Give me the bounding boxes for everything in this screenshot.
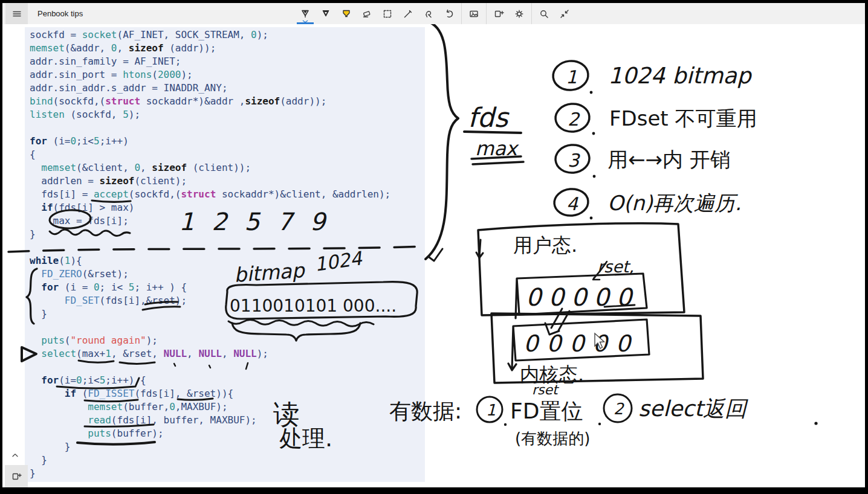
add-page-corner-button[interactable] <box>5 465 28 487</box>
touch-write-icon <box>423 8 434 19</box>
code-line: max = fds[i]; <box>30 214 425 228</box>
code-line: } <box>30 228 425 241</box>
code-line: for (i=0;i<5;i++) <box>30 135 425 148</box>
page-title: Penbook tips <box>37 3 83 24</box>
code-line: if(fds[i] > max) <box>30 201 425 214</box>
code-line: addr.sin_port = htons(2000); <box>30 68 425 82</box>
code-line: if (FD_ISSET(fds[i], &rset)){ <box>30 387 425 400</box>
undo-icon <box>444 8 455 19</box>
code-line <box>30 321 425 334</box>
code-line: addrlen = sizeof(client); <box>30 175 425 188</box>
code-line <box>30 241 425 254</box>
code-line: } <box>30 440 425 454</box>
toolbar-separator <box>486 3 487 24</box>
collapse-arrows-icon <box>559 8 570 19</box>
code-line: puts("round again"); <box>30 334 425 347</box>
gear-icon <box>514 8 525 19</box>
code-line: read(fds[i], buffer, MAXBUF); <box>30 414 425 427</box>
selected-tool-indicator <box>297 22 314 24</box>
add-page-button[interactable] <box>488 3 509 24</box>
selection-tool-button[interactable] <box>377 3 398 24</box>
code-line: } <box>30 467 425 480</box>
code-line: } <box>30 454 425 467</box>
hamburger-menu-button[interactable] <box>5 3 28 24</box>
collapse-panel-button[interactable] <box>7 447 23 463</box>
code-line: addr.sin_addr.s_addr = INADDR_ANY; <box>30 82 425 95</box>
code-line: select(max+1, &rset, NULL, NULL, NULL); <box>30 347 425 361</box>
pen-icon <box>300 8 311 19</box>
collapse-toolbar-button[interactable] <box>554 3 575 24</box>
pen-tool-button[interactable] <box>295 3 316 24</box>
code-line: bind(sockfd,(struct sockaddr*)&addr ,siz… <box>30 95 425 108</box>
undo-button[interactable] <box>439 3 459 24</box>
code-line: listen (sockfd, 5); <box>30 108 425 121</box>
code-line: while(1){ <box>30 254 425 268</box>
code-line: sockfd = socket(AF_INET, SOCK_STREAM, 0)… <box>30 28 425 42</box>
toolbar-separator <box>531 3 532 24</box>
code-snippet-panel: sockfd = socket(AF_INET, SOCK_STREAM, 0)… <box>25 27 425 482</box>
touch-write-toggle-button[interactable] <box>418 3 439 24</box>
settings-button[interactable] <box>509 3 530 24</box>
code-line: fds[i] = accept(sockfd,(struct sockaddr*… <box>30 188 425 201</box>
code-line: addr.sin_family = AF_INET; <box>30 55 425 68</box>
code-line: for (i = 0; i< 5; i++ ) { <box>30 281 425 294</box>
add-page-icon <box>11 471 22 482</box>
toolbar-separator <box>461 3 462 24</box>
chevron-up-icon <box>11 451 19 460</box>
image-icon <box>468 8 479 19</box>
eraser-icon <box>361 8 372 19</box>
search-icon <box>539 8 549 19</box>
pencil-tool-button[interactable] <box>316 3 336 24</box>
drawing-canvas[interactable]: sockfd = socket(AF_INET, SOCK_STREAM, 0)… <box>2 24 865 487</box>
pencil-icon <box>320 8 331 19</box>
line-tool-button[interactable] <box>398 3 418 24</box>
search-button[interactable] <box>534 3 554 24</box>
app-window: Penbook tips <box>2 3 865 487</box>
code-line: { <box>30 148 425 161</box>
code-line: memset(&client, 0, sizeof (client)); <box>30 161 425 175</box>
code-line: memset(&addr, 0, sizeof (addr)); <box>30 42 425 55</box>
add-page-icon <box>493 8 504 19</box>
toolbar <box>295 3 575 24</box>
insert-image-button[interactable] <box>464 3 484 24</box>
line-tool-icon <box>403 8 413 19</box>
code-line: FD_SET(fds[i],&rset); <box>30 294 425 307</box>
selection-marquee-icon <box>382 8 393 19</box>
code-line <box>30 361 425 374</box>
code-block: sockfd = socket(AF_INET, SOCK_STREAM, 0)… <box>30 28 425 480</box>
top-bar: Penbook tips <box>2 3 865 24</box>
code-line <box>30 121 425 135</box>
code-line: } <box>30 307 425 321</box>
code-line: memset(buffer,0,MAXBUF); <box>30 400 425 414</box>
code-line: for(i=0;i<5;i++) { <box>30 374 425 387</box>
code-line: FD_ZERO(&rset); <box>30 268 425 281</box>
hamburger-icon <box>11 8 22 19</box>
highlighter-icon <box>341 8 352 19</box>
eraser-tool-button[interactable] <box>357 3 377 24</box>
code-line: puts(buffer); <box>30 427 425 440</box>
highlighter-tool-button[interactable] <box>336 3 357 24</box>
